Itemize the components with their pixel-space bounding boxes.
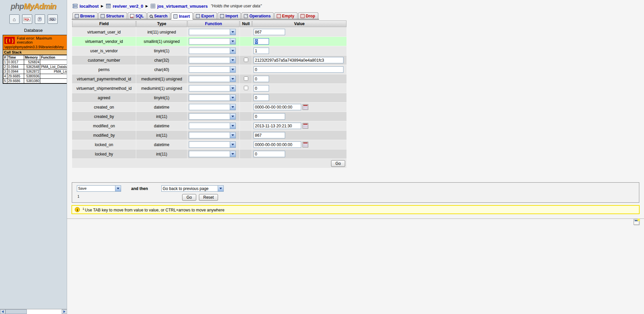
- function-select-virtuemart_shipmentmethod_id[interactable]: [189, 85, 236, 91]
- function-select-value: [189, 48, 230, 54]
- function-select-created_by[interactable]: [189, 113, 236, 120]
- calendar-icon[interactable]: [303, 123, 308, 129]
- chevron-down-icon[interactable]: [230, 39, 235, 44]
- value-input-modified_by[interactable]: [254, 132, 285, 138]
- function-select-locked_on[interactable]: [189, 141, 236, 148]
- chevron-down-icon[interactable]: [230, 123, 235, 129]
- field-row-locked_on: locked_ondatetime: [72, 140, 346, 149]
- sql-doc-glyph: SQL: [23, 17, 30, 21]
- null-cell: [240, 74, 252, 83]
- tab-import[interactable]: Import: [218, 12, 241, 19]
- field-name: user_is_vendor: [72, 46, 136, 55]
- chevron-down-icon[interactable]: [230, 57, 235, 63]
- tab-browse[interactable]: Browse: [72, 12, 98, 19]
- tab-operations[interactable]: Operations: [241, 12, 273, 19]
- value-cell: [252, 27, 346, 37]
- tab-label: Search: [154, 14, 167, 18]
- function-select-virtuemart_vendor_id[interactable]: [189, 38, 236, 45]
- sql-window-icon[interactable]: SQL: [48, 14, 58, 24]
- chevron-down-icon[interactable]: [230, 67, 235, 72]
- scrollbar-thumb[interactable]: [5, 309, 27, 314]
- error-message: Fatal error: Maximum execution: [17, 36, 65, 44]
- function-cell: [187, 65, 239, 74]
- scroll-left-icon[interactable]: [0, 309, 5, 314]
- header-type: Type: [136, 20, 187, 27]
- logo-php-text: php: [11, 2, 24, 11]
- value-input-modified_on[interactable]: [254, 123, 301, 129]
- function-select-modified_on[interactable]: [189, 123, 236, 129]
- breadcrumb-database[interactable]: reviver_ver2_0: [113, 4, 143, 9]
- tab-drop[interactable]: Drop: [298, 12, 318, 19]
- save-action-select[interactable]: Save: [77, 185, 121, 192]
- call-stack-cell: 29.6685: [7, 74, 24, 79]
- null-checkbox-virtuemart_shipmentmethod_id[interactable]: [244, 86, 248, 90]
- value-input-locked_by[interactable]: [254, 151, 285, 157]
- header-function[interactable]: Function: [187, 20, 239, 27]
- value-input-user_is_vendor[interactable]: [254, 48, 269, 54]
- chevron-down-icon[interactable]: [230, 29, 235, 35]
- chevron-down-icon[interactable]: [230, 85, 235, 91]
- chevron-down-icon[interactable]: [230, 104, 235, 110]
- value-input-agreed[interactable]: [254, 95, 269, 101]
- chevron-down-icon[interactable]: [230, 95, 235, 101]
- value-input-created_by[interactable]: [254, 113, 285, 120]
- function-select-virtuemart_paymentmethod_id[interactable]: [189, 76, 236, 82]
- value-cell: [252, 103, 346, 112]
- footer-divider: [67, 218, 644, 219]
- chevron-down-icon[interactable]: [230, 114, 235, 119]
- calendar-icon[interactable]: [303, 142, 308, 147]
- chevron-down-icon[interactable]: [230, 151, 235, 157]
- value-input-customer_number[interactable]: [254, 57, 343, 63]
- chevron-down-icon[interactable]: [230, 142, 235, 147]
- after-insert-select[interactable]: Go back to previous page: [161, 185, 224, 192]
- value-input-virtuemart_user_id[interactable]: [254, 29, 285, 35]
- value-input-virtuemart_shipmentmethod_id[interactable]: [254, 85, 269, 91]
- tab-sql[interactable]: SQL: [128, 12, 147, 19]
- chevron-down-icon[interactable]: [218, 186, 223, 191]
- null-checkbox-customer_number[interactable]: [244, 58, 248, 62]
- function-select-value: [189, 29, 230, 35]
- chevron-down-icon[interactable]: [230, 48, 235, 54]
- help-bubble-icon[interactable]: ?: [35, 14, 45, 24]
- chevron-down-icon[interactable]: [230, 76, 235, 82]
- phpmyadmin-logo[interactable]: phpMyAdmin: [0, 0, 67, 11]
- calendar-icon[interactable]: [303, 104, 308, 110]
- function-select-virtuemart_user_id[interactable]: [189, 29, 236, 35]
- scrollbar-track[interactable]: [27, 309, 62, 314]
- tab-search[interactable]: Search: [147, 12, 170, 19]
- function-select-agreed[interactable]: [189, 95, 236, 101]
- function-select-locked_by[interactable]: [189, 151, 236, 157]
- value-input-virtuemart_vendor_id[interactable]: 0: [254, 38, 269, 45]
- value-input-created_on[interactable]: [254, 104, 301, 110]
- header-value: Value: [252, 20, 346, 27]
- tab-export[interactable]: Export: [194, 12, 217, 19]
- function-select-created_on[interactable]: [189, 104, 236, 110]
- breadcrumb-server[interactable]: localhost: [79, 4, 99, 9]
- tab-empty[interactable]: Empty: [274, 12, 298, 19]
- function-select-perms[interactable]: [189, 66, 236, 73]
- tab-bar: BrowseStructureSQLSearchInsertExportImpo…: [72, 12, 319, 19]
- scroll-right-icon[interactable]: [62, 309, 67, 314]
- tab-structure[interactable]: Structure: [98, 12, 127, 19]
- function-select-modified_by[interactable]: [189, 132, 236, 138]
- function-select-value: [189, 151, 230, 157]
- function-select-customer_number[interactable]: [189, 57, 236, 63]
- reset-button[interactable]: Reset: [199, 194, 218, 201]
- insert-go-button[interactable]: Go: [331, 160, 345, 167]
- home-icon[interactable]: ⌂: [9, 14, 19, 24]
- query-window-icon[interactable]: [634, 219, 639, 225]
- go-button[interactable]: Go: [182, 194, 196, 201]
- chevron-down-icon[interactable]: [115, 186, 121, 191]
- tab-insert[interactable]: Insert: [171, 12, 193, 19]
- value-input-perms[interactable]: [254, 66, 343, 73]
- chevron-down-icon[interactable]: [230, 132, 235, 138]
- sidebar-horizontal-scrollbar[interactable]: [0, 309, 67, 314]
- function-select-user_is_vendor[interactable]: [189, 48, 236, 54]
- value-input-virtuemart_paymentmethod_id[interactable]: [254, 76, 269, 82]
- field-type: smallint(1) unsigned: [136, 37, 187, 46]
- sql-doc-icon[interactable]: SQL: [22, 14, 32, 24]
- value-input-locked_on[interactable]: [254, 141, 301, 148]
- breadcrumb-table[interactable]: jos_virtuemart_vmusers: [157, 4, 208, 9]
- function-select-value: [189, 76, 230, 82]
- null-checkbox-virtuemart_paymentmethod_id[interactable]: [244, 76, 248, 81]
